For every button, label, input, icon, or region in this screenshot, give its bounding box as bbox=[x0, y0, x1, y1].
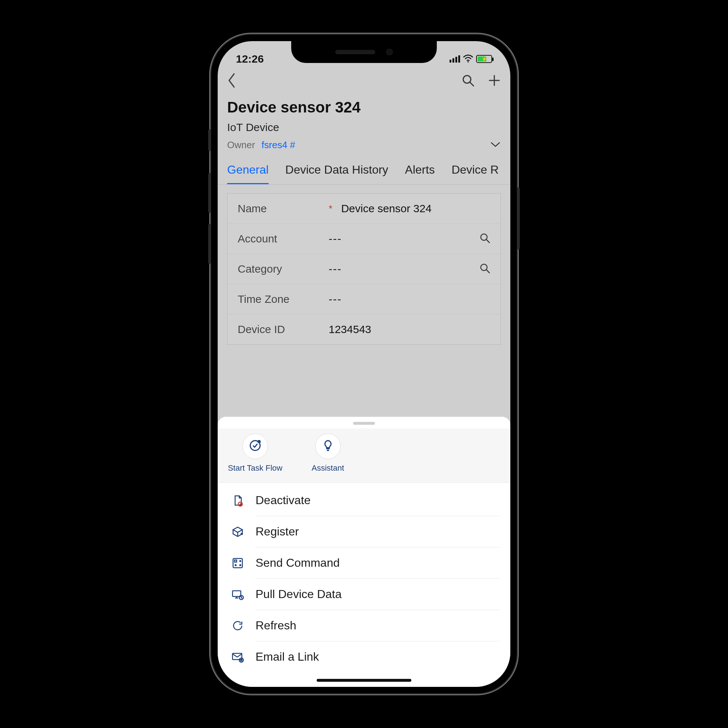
svg-line-2 bbox=[470, 82, 474, 86]
wifi-icon bbox=[463, 53, 473, 65]
svg-point-21 bbox=[239, 658, 243, 662]
field-label: Device ID bbox=[238, 323, 329, 336]
action-send-command[interactable]: Send Command bbox=[218, 548, 510, 579]
svg-rect-18 bbox=[232, 591, 241, 596]
action-label: Deactivate bbox=[255, 485, 499, 516]
field-label: Account bbox=[238, 232, 329, 245]
lookup-icon[interactable] bbox=[479, 232, 490, 245]
svg-point-16 bbox=[235, 564, 236, 566]
task-flow-icon bbox=[249, 439, 262, 454]
action-refresh[interactable]: Refresh bbox=[218, 610, 510, 641]
required-asterisk: * bbox=[329, 203, 332, 214]
field-label: Name bbox=[238, 202, 329, 215]
field-value: Device sensor 324 bbox=[341, 202, 490, 215]
action-deactivate[interactable]: Deactivate bbox=[218, 485, 510, 516]
sheet-action-list: Deactivate Register Send Command bbox=[218, 483, 510, 687]
field-value: --- bbox=[329, 232, 479, 245]
phone-frame: 12:26 ⚡ bbox=[211, 35, 517, 693]
form-card: Name * Device sensor 324 Account --- Cat… bbox=[227, 193, 501, 345]
svg-line-8 bbox=[486, 270, 489, 273]
sheet-handle[interactable] bbox=[353, 422, 375, 425]
pull-data-icon bbox=[229, 588, 247, 601]
chip-label: Start Task Flow bbox=[228, 463, 283, 473]
tab-device-data-history[interactable]: Device Data History bbox=[285, 163, 388, 184]
register-icon bbox=[229, 526, 247, 538]
volume-down-button bbox=[208, 224, 211, 264]
action-label: Send Command bbox=[255, 548, 499, 579]
page-subtitle: IoT Device bbox=[227, 121, 501, 134]
field-value: --- bbox=[329, 263, 479, 275]
tabs: General Device Data History Alerts Devic… bbox=[218, 156, 510, 185]
app-screen: 12:26 ⚡ bbox=[218, 41, 510, 687]
svg-point-0 bbox=[467, 61, 469, 63]
owner-label: Owner bbox=[227, 139, 255, 151]
action-sheet: Start Task Flow Assistant bbox=[218, 417, 510, 687]
action-label: Refresh bbox=[255, 610, 499, 641]
action-label: Pull Device Data bbox=[255, 579, 499, 610]
action-register[interactable]: Register bbox=[218, 516, 510, 548]
field-category[interactable]: Category --- bbox=[228, 254, 500, 284]
lightbulb-icon bbox=[321, 439, 335, 454]
tab-general[interactable]: General bbox=[227, 163, 269, 185]
action-pull-device-data[interactable]: Pull Device Data bbox=[218, 579, 510, 610]
field-value: 1234543 bbox=[329, 323, 490, 336]
sheet-shortcuts: Start Task Flow Assistant bbox=[218, 428, 510, 483]
field-name[interactable]: Name * Device sensor 324 bbox=[228, 194, 500, 224]
add-icon[interactable] bbox=[488, 74, 501, 89]
navbar bbox=[218, 67, 510, 96]
refresh-icon bbox=[229, 619, 247, 632]
action-email-link[interactable]: Email a Link bbox=[218, 641, 510, 672]
field-time-zone[interactable]: Time Zone --- bbox=[228, 284, 500, 315]
email-link-icon bbox=[229, 651, 247, 663]
phone-notch bbox=[291, 41, 437, 63]
svg-point-15 bbox=[240, 561, 241, 562]
tab-alerts[interactable]: Alerts bbox=[405, 163, 435, 184]
volume-up-button bbox=[208, 173, 211, 213]
home-indicator[interactable] bbox=[317, 679, 411, 682]
field-device-id[interactable]: Device ID 1234543 bbox=[228, 315, 500, 344]
page-title: Device sensor 324 bbox=[227, 99, 501, 116]
start-task-flow-button[interactable]: Start Task Flow bbox=[228, 434, 283, 473]
svg-line-6 bbox=[486, 240, 489, 243]
field-label: Category bbox=[238, 263, 329, 275]
field-account[interactable]: Account --- bbox=[228, 224, 500, 254]
assistant-button[interactable]: Assistant bbox=[312, 434, 344, 473]
tab-device-r[interactable]: Device R bbox=[451, 163, 499, 184]
mute-switch bbox=[208, 129, 211, 151]
back-button[interactable] bbox=[227, 73, 237, 90]
send-command-icon bbox=[229, 557, 247, 569]
power-button bbox=[517, 187, 520, 249]
search-icon[interactable] bbox=[462, 74, 475, 89]
field-value: --- bbox=[329, 293, 490, 305]
field-label: Time Zone bbox=[238, 293, 329, 305]
phone-screen-frame: 12:26 ⚡ bbox=[218, 41, 510, 687]
chip-label: Assistant bbox=[312, 463, 344, 473]
battery-icon: ⚡ bbox=[476, 55, 492, 63]
lookup-icon[interactable] bbox=[479, 263, 490, 275]
action-label: Email a Link bbox=[255, 641, 499, 672]
status-time: 12:26 bbox=[236, 53, 264, 65]
cellular-icon bbox=[450, 55, 460, 63]
owner-link[interactable]: fsres4 # bbox=[262, 139, 295, 151]
page-header: Device sensor 324 IoT Device Owner fsres… bbox=[218, 96, 510, 156]
svg-rect-14 bbox=[235, 560, 237, 562]
deactivate-icon bbox=[229, 494, 247, 507]
action-label: Register bbox=[255, 516, 499, 548]
svg-point-17 bbox=[240, 564, 241, 566]
expand-header-icon[interactable] bbox=[490, 141, 501, 150]
